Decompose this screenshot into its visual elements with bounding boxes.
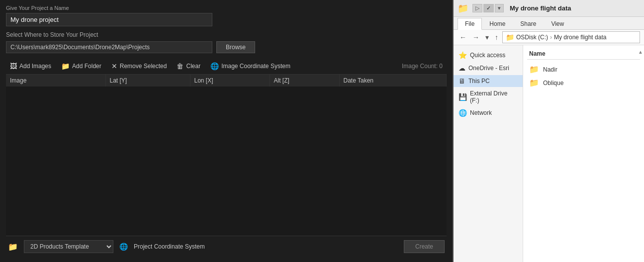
nav-label: Quick access bbox=[470, 52, 505, 59]
address-path[interactable]: 📁 OSDisk (C:) › My drone flight data bbox=[502, 31, 640, 43]
add-images-button[interactable]: 🖼 Add Images bbox=[6, 60, 55, 72]
image-count: Image Count: 0 bbox=[402, 63, 447, 70]
nav-forward-button[interactable]: → bbox=[470, 32, 481, 42]
image-coordinate-button[interactable]: 🌐 Image Coordinate System bbox=[206, 60, 294, 72]
project-coord-system-button[interactable]: Project Coordinate System bbox=[134, 243, 205, 250]
nav-label: Network bbox=[470, 109, 492, 116]
file-name: Nadir bbox=[543, 66, 557, 73]
addr-part-folder: My drone flight data bbox=[554, 34, 606, 41]
ribbon-tab-share[interactable]: Share bbox=[513, 18, 544, 29]
file-folder-icon: 📁 bbox=[529, 65, 539, 74]
remove-icon: ✕ bbox=[111, 62, 117, 70]
files-col-name-label: Name bbox=[529, 50, 546, 57]
addr-sep: › bbox=[550, 34, 552, 41]
nav-item-onedrive---esri[interactable]: ☁OneDrive - Esri bbox=[454, 62, 523, 74]
coord-system-label: Project Coordinate System bbox=[134, 243, 205, 250]
col-date: Date Taken bbox=[339, 75, 447, 87]
create-button[interactable]: Create bbox=[404, 240, 445, 253]
add-folder-button[interactable]: 📁 Add Folder bbox=[57, 60, 105, 72]
col-image: Image bbox=[6, 75, 105, 87]
ribbon: FileHomeShareView bbox=[454, 17, 644, 30]
nav-item-network[interactable]: 🌐Network bbox=[454, 107, 523, 119]
template-folder-icon: 📁 bbox=[8, 242, 18, 252]
nav-label: External Drive (F:) bbox=[470, 90, 518, 104]
add-images-label: Add Images bbox=[19, 63, 51, 70]
image-coordinate-label: Image Coordinate System bbox=[221, 63, 290, 70]
remove-selected-label: Remove Selected bbox=[120, 63, 167, 70]
nav-label: This PC bbox=[468, 78, 490, 85]
nav-icon: 🖥 bbox=[459, 77, 465, 85]
left-panel: Give Your Project a Name Select Where to… bbox=[0, 0, 453, 262]
project-name-label: Give Your Project a Name bbox=[6, 5, 447, 11]
title-nav-btn-2[interactable]: ✓ bbox=[483, 4, 494, 12]
remove-selected-button[interactable]: ✕ Remove Selected bbox=[107, 60, 171, 72]
nav-icon: 💾 bbox=[459, 93, 467, 101]
nav-label: OneDrive - Esri bbox=[468, 65, 509, 72]
ribbon-tab-view[interactable]: View bbox=[544, 18, 571, 29]
title-nav-btn-dropdown[interactable]: ▾ bbox=[495, 4, 504, 12]
clear-label: Clear bbox=[186, 63, 200, 70]
ribbon-tab-home[interactable]: Home bbox=[482, 18, 513, 29]
nav-recent-button[interactable]: ▾ bbox=[483, 32, 491, 42]
files-header: Name ▲ bbox=[527, 49, 640, 60]
col-alt: Alt [Z] bbox=[270, 75, 339, 87]
col-lat: Lat [Y] bbox=[105, 75, 190, 87]
explorer-files[interactable]: Name ▲ 📁Nadir📁Oblique bbox=[523, 45, 644, 262]
globe-coord-icon: 🌐 bbox=[119, 243, 128, 251]
explorer-nav: ⭐Quick access☁OneDrive - Esri🖥This PC💾Ex… bbox=[454, 45, 523, 262]
title-nav-btn-1[interactable]: ▷ bbox=[472, 4, 482, 12]
addr-part-os: OSDisk (C:) bbox=[516, 34, 548, 41]
add-folder-label: Add Folder bbox=[72, 63, 101, 70]
file-folder-icon: 📁 bbox=[529, 78, 539, 87]
nav-icon: ☁ bbox=[459, 64, 465, 72]
explorer-title: My drone flight data bbox=[510, 4, 571, 12]
nav-item-external-drive-f[interactable]: 💾External Drive (F:) bbox=[454, 88, 523, 106]
col-lon: Lon [X] bbox=[190, 75, 270, 87]
nav-item-quick-access[interactable]: ⭐Quick access bbox=[454, 49, 523, 61]
globe-icon: 🌐 bbox=[210, 62, 219, 70]
select-where-label: Select Where to Store Your Project bbox=[6, 31, 447, 38]
template-select[interactable]: 2D Products Template3D Products Template bbox=[24, 240, 113, 253]
file-name: Oblique bbox=[543, 80, 563, 87]
ribbon-tab-file[interactable]: File bbox=[458, 18, 482, 30]
add-images-icon: 🖼 bbox=[10, 62, 17, 70]
image-table: Image Lat [Y] Lon [X] Alt [Z] Date Taken bbox=[6, 75, 447, 87]
title-nav-buttons: ▷ ✓ ▾ bbox=[472, 4, 504, 12]
image-table-container: Image Lat [Y] Lon [X] Alt [Z] Date Taken bbox=[6, 75, 447, 236]
address-bar: ← → ▾ ↑ 📁 OSDisk (C:) › My drone flight … bbox=[454, 30, 644, 45]
path-input[interactable] bbox=[6, 41, 212, 53]
nav-item-this-pc[interactable]: 🖥This PC bbox=[454, 75, 523, 87]
addr-breadcrumb-icon: 📁 bbox=[506, 33, 514, 41]
clear-icon: 🗑 bbox=[177, 62, 184, 70]
nav-up-button[interactable]: ↑ bbox=[493, 32, 500, 42]
toolbar: 🖼 Add Images 📁 Add Folder ✕ Remove Selec… bbox=[6, 58, 447, 75]
file-item[interactable]: 📁Nadir bbox=[527, 63, 640, 76]
nav-icon: ⭐ bbox=[459, 51, 467, 59]
nav-back-button[interactable]: ← bbox=[458, 32, 468, 42]
ribbon-tabs: FileHomeShareView bbox=[454, 17, 644, 29]
path-row: Browse bbox=[6, 41, 447, 53]
project-name-input[interactable] bbox=[6, 13, 212, 26]
file-explorer: 📁 ▷ ✓ ▾ My drone flight data FileHomeSha… bbox=[453, 0, 644, 262]
explorer-titlebar: 📁 ▷ ✓ ▾ My drone flight data bbox=[454, 0, 644, 17]
add-folder-icon: 📁 bbox=[61, 62, 70, 70]
nav-icon: 🌐 bbox=[459, 109, 467, 117]
scroll-up-icon: ▲ bbox=[638, 49, 643, 55]
table-header-row: Image Lat [Y] Lon [X] Alt [Z] Date Taken bbox=[6, 75, 447, 87]
explorer-body: ⭐Quick access☁OneDrive - Esri🖥This PC💾Ex… bbox=[454, 45, 644, 262]
explorer-title-folder-icon: 📁 bbox=[458, 3, 468, 14]
clear-button[interactable]: 🗑 Clear bbox=[173, 60, 204, 72]
file-list: 📁Nadir📁Oblique bbox=[527, 63, 640, 89]
bottom-bar: 📁 2D Products Template3D Products Templa… bbox=[6, 236, 447, 257]
file-item[interactable]: 📁Oblique bbox=[527, 76, 640, 89]
browse-button[interactable]: Browse bbox=[216, 41, 255, 53]
